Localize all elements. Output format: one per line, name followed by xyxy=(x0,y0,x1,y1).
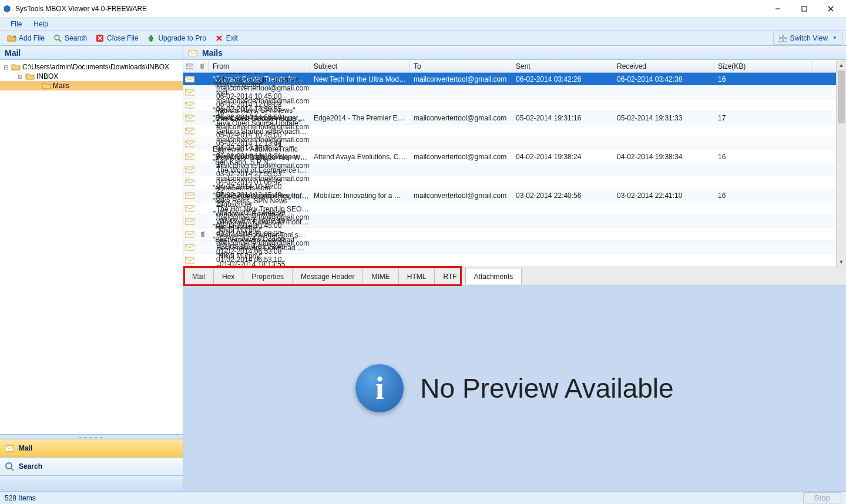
mail-size: 16 xyxy=(714,191,813,200)
mail-subject: Edge2014 - The Premier Event f... xyxy=(310,114,410,122)
mail-to: mailconvertertool@gmail.com xyxy=(410,75,512,83)
svg-rect-1 xyxy=(802,6,807,11)
mail-received: 03-02-2014 22:41:10 xyxy=(613,191,714,200)
mail-open-icon xyxy=(183,76,196,83)
mail-open-icon xyxy=(183,231,196,238)
tab-hex[interactable]: Hex xyxy=(213,268,243,284)
right-panel: Mails From Subject To Sent Received Size… xyxy=(183,46,846,491)
mail-open-icon xyxy=(183,140,196,147)
mail-open-icon xyxy=(183,127,196,135)
window-title: SysTools MBOX Viewer v4.0-FREEWARE xyxy=(15,5,764,13)
svg-rect-25 xyxy=(185,128,194,134)
tab-properties[interactable]: Properties xyxy=(243,268,293,284)
resize-handle[interactable]: • • • • • xyxy=(0,435,183,439)
col-subject[interactable]: Subject xyxy=(310,60,410,72)
mail-received: 06-02-2014 03:42:38 xyxy=(613,75,714,83)
tab-html[interactable]: HTML xyxy=(398,268,435,284)
mail-received: 04-02-2014 19:38:34 xyxy=(613,153,714,161)
stop-button[interactable]: Stop xyxy=(803,492,841,503)
close-file-button[interactable]: Close File xyxy=(92,32,142,44)
close-button[interactable] xyxy=(817,1,844,17)
tab-attachments[interactable]: Attachments xyxy=(465,268,522,284)
menu-file[interactable]: File xyxy=(5,19,28,29)
search-button[interactable]: Search xyxy=(49,32,90,44)
collapse-icon[interactable]: ⊟ xyxy=(16,73,24,80)
collapse-icon[interactable]: ⊟ xyxy=(2,64,9,70)
tree-root-label: C:\Users\admin\Documents\Downloads\INBOX xyxy=(22,63,169,71)
col-size[interactable]: Size(KB) xyxy=(714,60,813,72)
svg-rect-32 xyxy=(185,219,194,224)
exit-icon xyxy=(214,33,224,43)
mail-subject: Best Freeware Download mont... xyxy=(213,244,310,252)
col-from[interactable]: From xyxy=(209,60,310,72)
tab-rtf[interactable]: RTF xyxy=(434,268,465,284)
mail-from: "Best Freeware Download" Best Freeware D… xyxy=(209,236,310,267)
minimize-button[interactable] xyxy=(764,1,791,17)
scroll-thumb[interactable] xyxy=(838,70,845,123)
chevron-down-icon: ▼ xyxy=(832,35,837,41)
mail-size: 17 xyxy=(714,114,813,122)
mail-size: 16 xyxy=(714,153,813,161)
scroll-up-icon[interactable]: ▲ xyxy=(837,60,846,70)
col-received[interactable]: Received xyxy=(613,60,714,72)
tree-inbox[interactable]: ⊟ INBOX xyxy=(0,72,183,81)
svg-rect-35 xyxy=(185,257,194,263)
maximize-button[interactable] xyxy=(791,1,817,17)
svg-rect-34 xyxy=(185,244,194,250)
nav-search[interactable]: Search xyxy=(0,458,183,476)
mail-subject: Getting Started with Apache H... xyxy=(213,127,310,136)
switch-view-button[interactable]: Switch View ▼ xyxy=(773,32,842,45)
left-panel-header: Mail xyxy=(0,46,183,60)
svg-rect-20 xyxy=(186,64,193,69)
col-attachment-icon[interactable] xyxy=(196,60,209,72)
preview-text: No Preview Available xyxy=(420,372,673,404)
add-file-label: Add File xyxy=(19,34,45,42)
column-headers[interactable]: From Subject To Sent Received Size(KB) xyxy=(183,60,836,73)
svg-rect-23 xyxy=(185,102,194,108)
tab-mime[interactable]: MIME xyxy=(362,268,398,284)
nav-mail[interactable]: Mail xyxy=(0,439,183,458)
svg-rect-30 xyxy=(185,193,194,199)
mail-to: mailconvertertool@gmail.com xyxy=(213,97,310,105)
mail-subject: test xyxy=(213,89,310,97)
svg-rect-27 xyxy=(185,154,194,160)
mail-sent: 03-02-2014 22:40:56 xyxy=(512,191,613,200)
tree-inbox-label: INBOX xyxy=(36,72,58,80)
mail-grid[interactable]: "Contact Center Trends from de...New Tec… xyxy=(183,73,836,267)
tree-root[interactable]: ⊟ C:\Users\admin\Documents\Downloads\INB… xyxy=(0,62,183,72)
folder-icon xyxy=(42,82,51,90)
mail-subject: Attend Avaya Evolutions, Chica... xyxy=(310,153,410,161)
mail-open-icon xyxy=(183,153,196,160)
tree-mails-label: Mails xyxy=(53,82,69,90)
exit-button[interactable]: Exit xyxy=(211,32,241,44)
folder-tree[interactable]: ⊟ C:\Users\admin\Documents\Downloads\INB… xyxy=(0,60,183,435)
mail-open-icon xyxy=(183,218,196,225)
menu-help[interactable]: Help xyxy=(28,19,54,29)
col-to[interactable]: To xyxy=(410,60,512,72)
status-items: 528 Items xyxy=(5,494,36,502)
statusbar: 528 Items Stop xyxy=(0,491,846,504)
mail-subject: The World of Ecommerce is Ch... xyxy=(213,166,310,174)
mail-row[interactable]: "Best Freeware Download" Best Freeware D… xyxy=(183,254,836,267)
vertical-scrollbar[interactable]: ▲ ▼ xyxy=(836,60,846,267)
mail-received: 05-02-2014 19:31:33 xyxy=(613,114,714,122)
tab-message-header[interactable]: Message Header xyxy=(292,268,363,284)
right-panel-header: Mails xyxy=(183,46,846,60)
upgrade-button[interactable]: Upgrade to Pro xyxy=(143,32,209,44)
add-file-button[interactable]: + Add File xyxy=(4,32,48,44)
mail-open-icon xyxy=(183,205,196,212)
mail-open-icon xyxy=(183,179,196,186)
mail-open-icon xyxy=(183,257,196,264)
close-file-icon xyxy=(95,33,105,43)
scroll-down-icon[interactable]: ▼ xyxy=(837,257,846,267)
mail-sent: 05-02-2014 19:31:16 xyxy=(512,114,613,122)
mail-sent: 01-02-2014 18:13:55 xyxy=(216,260,310,267)
svg-rect-13 xyxy=(784,35,787,38)
mail-to: mailconvertertool@gmail.com xyxy=(410,191,512,200)
tab-mail[interactable]: Mail xyxy=(183,268,214,284)
tree-mails[interactable]: Mails xyxy=(0,81,183,90)
mail-to: mailconvertertool@gmail.com xyxy=(213,174,310,183)
col-sent[interactable]: Sent xyxy=(512,60,613,72)
nav-footer xyxy=(0,476,183,491)
col-read-icon[interactable] xyxy=(183,60,196,72)
